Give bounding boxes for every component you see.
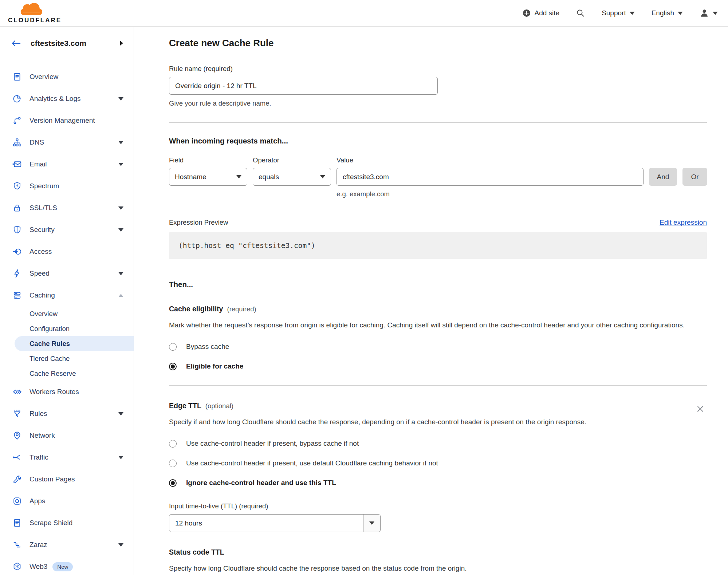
radio-label: Bypass cache [186, 343, 229, 351]
cache-eligibility-qualifier: (required) [227, 305, 256, 313]
new-badge: New [52, 562, 73, 571]
sidebar-subitem-configuration[interactable]: Configuration [0, 321, 134, 336]
ttl-select-value: 12 hours [169, 515, 363, 532]
close-icon[interactable] [696, 405, 705, 413]
hexagon-node-icon [12, 562, 22, 572]
radio-icon[interactable] [169, 460, 177, 467]
cache-eligibility-section: Cache eligibility (required) Mark whethe… [169, 305, 707, 370]
sidebar-subitem-cache-reserve[interactable]: Cache Reserve [0, 366, 134, 381]
account-menu[interactable] [700, 8, 718, 18]
radio-icon[interactable] [169, 440, 177, 448]
edge-ttl-section: Edge TTL (optional) Specify if and how l… [169, 402, 707, 575]
sidebar-item-label: Zaraz [29, 541, 118, 549]
sidebar-item-version-management[interactable]: Version Management [0, 110, 134, 131]
status-code-ttl-description: Specify how long Cloudflare should cache… [169, 563, 707, 574]
sidebar-item-spectrum[interactable]: Spectrum [0, 175, 134, 197]
chevron-down-icon [320, 175, 325, 178]
rule-name-input[interactable] [169, 77, 438, 95]
radio-ignore-cache-control[interactable]: Ignore cache-control header and use this… [169, 479, 707, 487]
sidebar-item-web3[interactable]: Web3 New [0, 556, 134, 575]
sidebar-item-label: Email [29, 160, 118, 168]
field-select[interactable]: Hostname [169, 168, 247, 186]
sidebar-item-rules[interactable]: Rules [0, 403, 134, 425]
chevron-down-icon [118, 272, 123, 275]
sidebar-item-access[interactable]: Access [0, 241, 134, 263]
top-bar: CLOUDFLARE Add site Support English [0, 0, 728, 27]
sidebar-item-custom-pages[interactable]: Custom Pages [0, 468, 134, 490]
sidebar-item-email[interactable]: Email [0, 153, 134, 175]
sidebar-item-dns[interactable]: DNS [0, 131, 134, 153]
sidebar-item-security[interactable]: Security [0, 219, 134, 241]
app-box-icon [12, 496, 22, 506]
sidebar-item-label: Workers Routes [29, 388, 123, 396]
chevron-down-icon [118, 228, 123, 232]
sidebar-item-label: Security [29, 226, 118, 234]
sidebar-item-apps[interactable]: Apps [0, 490, 134, 512]
ttl-select[interactable]: 12 hours [169, 514, 381, 532]
sidebar-subitem-cache-rules[interactable]: Cache Rules [15, 336, 134, 351]
support-menu[interactable]: Support [602, 9, 635, 17]
chevron-down-icon [118, 141, 123, 144]
sidebar-item-speed[interactable]: Speed [0, 263, 134, 284]
ttl-input-block: Input time-to-live (TTL) (required) 12 h… [169, 502, 707, 532]
match-heading: When incoming requests match... [169, 137, 707, 145]
radio-icon-checked[interactable] [169, 363, 177, 370]
radio-cache-control-bypass[interactable]: Use cache-control header if present, byp… [169, 440, 707, 448]
rule-name-section: Rule name (required) Give your rule a de… [169, 65, 707, 107]
site-header: cftestsite3.com [0, 27, 134, 60]
radio-cache-control-default[interactable]: Use cache-control header if present, use… [169, 459, 707, 467]
field-label: Field [169, 156, 247, 164]
add-site-button[interactable]: Add site [523, 9, 559, 17]
sidebar-item-analytics-logs[interactable]: Analytics & Logs [0, 88, 134, 110]
ttl-select-dropdown-button[interactable] [363, 515, 380, 532]
radio-icon[interactable] [169, 343, 177, 351]
sidebar-item-overview[interactable]: Overview [0, 66, 134, 88]
add-site-plus-icon [523, 9, 531, 17]
operator-select[interactable]: equals [253, 168, 331, 186]
git-branch-icon [12, 116, 22, 126]
cache-eligibility-heading: Cache eligibility [169, 305, 223, 313]
search-icon[interactable] [576, 9, 585, 17]
cloudflare-logo[interactable]: CLOUDFLARE [8, 3, 66, 23]
sidebar-item-label: Version Management [29, 117, 123, 125]
edit-expression-link[interactable]: Edit expression [660, 218, 707, 227]
language-menu[interactable]: English [652, 9, 683, 17]
field-select-value: Hostname [175, 173, 206, 181]
sidebar-item-scrape-shield[interactable]: Scrape Shield [0, 512, 134, 534]
sidebar-item-ssl-tls[interactable]: SSL/TLS [0, 197, 134, 219]
sidebar-subitem-caching-overview[interactable]: Overview [0, 306, 134, 321]
radio-icon-checked[interactable] [169, 479, 177, 487]
shield-icon [12, 225, 22, 235]
sidebar-item-network[interactable]: Network [0, 425, 134, 446]
site-switcher-arrow-icon[interactable] [120, 41, 123, 46]
back-arrow-icon[interactable] [11, 39, 21, 47]
sidebar-item-zaraz[interactable]: Zaraz [0, 534, 134, 556]
chevron-down-icon [118, 543, 123, 547]
radio-bypass-cache[interactable]: Bypass cache [169, 343, 707, 351]
or-button[interactable]: Or [682, 168, 707, 186]
page-title: Create new Cache Rule [169, 38, 707, 49]
add-site-label: Add site [534, 9, 559, 17]
sidebar-item-caching[interactable]: Caching [0, 284, 134, 306]
sidebar-item-label: SSL/TLS [29, 204, 118, 212]
radio-eligible-for-cache[interactable]: Eligible for cache [169, 362, 707, 370]
radio-label: Use cache-control header if present, byp… [186, 440, 359, 448]
chevron-down-icon [118, 97, 123, 101]
chevron-down-icon [713, 12, 718, 15]
status-code-ttl-block: Status code TTL Specify how long Cloudfl… [169, 548, 707, 575]
wrench-icon [12, 474, 22, 484]
operator-label: Operator [253, 156, 331, 164]
sidebar-subitem-tiered-cache[interactable]: Tiered Cache [0, 351, 134, 366]
sidebar-item-label: Rules [29, 410, 118, 418]
sidebar-item-workers-routes[interactable]: Workers Routes [0, 381, 134, 403]
expression-preview-label: Expression Preview [169, 218, 228, 227]
site-name[interactable]: cftestsite3.com [31, 39, 120, 48]
and-button[interactable]: And [649, 168, 677, 186]
edge-ttl-qualifier: (optional) [205, 402, 233, 410]
sidebar-item-label: Scrape Shield [29, 519, 123, 527]
traffic-split-icon [12, 453, 22, 462]
sidebar-item-traffic[interactable]: Traffic [0, 446, 134, 468]
value-input[interactable] [337, 168, 644, 186]
chevron-down-icon [236, 175, 241, 178]
sidebar-menu: Overview Analytics & Logs Version Manage… [0, 60, 134, 575]
